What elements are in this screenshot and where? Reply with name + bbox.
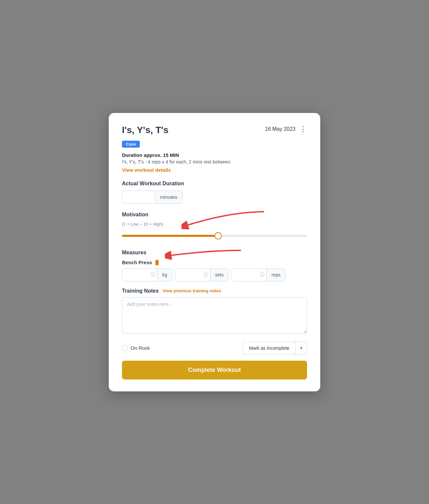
slider-thumb[interactable] [214, 232, 222, 239]
bottom-row: On Rock Mark as Incomplete + [122, 342, 307, 355]
sets-unit: sets [210, 269, 228, 281]
chart-icon: ▐▌ [154, 260, 160, 265]
reps-input[interactable]: 4 [231, 269, 258, 281]
measures-section: Measures Bench Press ▐▌ 90 ⓘ kg 4 [122, 250, 307, 281]
weight-info-icon[interactable]: ⓘ [149, 269, 157, 281]
modal-header: I's, Y's, T's 16 May 2023 ⋮ [122, 125, 307, 135]
training-notes-label: Training Notes [122, 288, 159, 294]
reps-info-icon[interactable]: ⓘ [258, 269, 266, 281]
workout-description: I's, Y's, T's - 4 reps x 4 for each, 2 m… [122, 159, 307, 164]
motivation-subtitle: (1 = Low – 10 = High) [122, 222, 307, 227]
category-badge: Core [122, 141, 140, 148]
duration-label: Duration approx. 15 MIN [122, 152, 307, 158]
exercise-label: Bench Press ▐▌ [122, 260, 307, 265]
sets-info-icon[interactable]: ⓘ [202, 269, 210, 281]
sets-input[interactable]: 4 [175, 269, 202, 281]
header-right: 16 May 2023 ⋮ [265, 125, 307, 133]
sets-group: 4 ⓘ sets [175, 269, 229, 281]
notes-textarea[interactable] [122, 297, 307, 334]
slider-fill [122, 235, 218, 237]
on-rock-label[interactable]: On Rock [122, 345, 150, 351]
workout-modal: I's, Y's, T's 16 May 2023 ⋮ Core Duratio… [109, 113, 320, 391]
slider-track [122, 235, 307, 237]
view-details-link[interactable]: View workout details [122, 167, 171, 173]
duration-unit: minutes [155, 191, 182, 204]
motivation-label: Motivation [122, 212, 307, 218]
workout-date: 16 May 2023 [265, 126, 295, 132]
duration-section: Actual Workout Duration 15 minutes [122, 181, 307, 204]
reps-unit: reps [266, 269, 285, 281]
view-previous-notes-link[interactable]: View previous training notes [163, 288, 221, 293]
reps-group: 4 ⓘ reps [231, 269, 285, 281]
measures-label: Measures [122, 250, 307, 256]
actual-duration-label: Actual Workout Duration [122, 181, 307, 187]
mark-incomplete-group: Mark as Incomplete + [243, 342, 307, 355]
weight-input[interactable]: 90 [122, 269, 149, 281]
training-notes-section: Training Notes View previous training no… [122, 288, 307, 335]
duration-number-input[interactable]: 15 [122, 191, 155, 204]
weight-unit: kg [157, 269, 172, 281]
modal-title: I's, Y's, T's [122, 125, 169, 135]
mark-incomplete-button[interactable]: Mark as Incomplete [243, 342, 295, 354]
motivation-slider-container[interactable] [122, 231, 307, 240]
more-options-icon[interactable]: ⋮ [299, 125, 307, 133]
motivation-section: Motivation (1 = Low – 10 = High) [122, 212, 307, 240]
training-notes-header: Training Notes View previous training no… [122, 288, 307, 294]
weight-group: 90 ⓘ kg [122, 269, 172, 281]
plus-button[interactable]: + [295, 342, 307, 355]
complete-workout-button[interactable]: Complete Workout [122, 361, 307, 379]
measure-inputs: 90 ⓘ kg 4 ⓘ sets 4 ⓘ reps [122, 269, 307, 281]
on-rock-checkbox[interactable] [122, 345, 128, 351]
duration-inputs: 15 minutes [122, 191, 307, 204]
